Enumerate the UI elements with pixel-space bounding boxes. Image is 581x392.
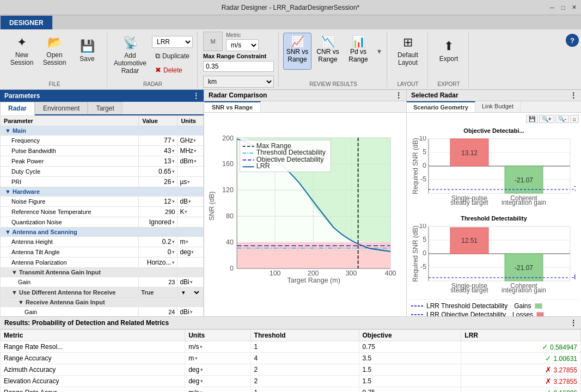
tab-snr-vs-range[interactable]: SNR vs Range (204, 101, 261, 112)
param-row[interactable]: Gain24dBi▾ (1, 307, 204, 317)
selected-radar-tabs: Scenario Geometry Link Budget (407, 101, 581, 113)
svg-text:Required SNR (dB): Required SNR (dB) (412, 138, 419, 194)
metric-select[interactable]: m/s (226, 39, 259, 51)
legend-gains-label: Gains (514, 302, 531, 310)
new-session-button[interactable]: ✦ NewSession (7, 32, 37, 70)
param-row[interactable]: Reference Noise Temperature290K▾ (1, 207, 204, 217)
new-session-label: NewSession (10, 51, 34, 66)
tab-environment[interactable]: Environment (35, 102, 88, 114)
param-row[interactable]: Peak Power13▾dBm▾ (1, 156, 204, 167)
default-layout-button[interactable]: ⊞ DefaultLayout (393, 32, 423, 70)
results-row: Range Rate Accur... m/s▾ 1 0.75 ✓ 0.1688… (1, 387, 581, 393)
param-row[interactable]: Noise Figure12▾dB▾ (1, 197, 204, 207)
param-row: ▼ Receive Antenna Gain Input (1, 298, 204, 307)
max-range-label: Max Range Constraint (203, 53, 266, 59)
results-col-objective: Objective (359, 330, 461, 341)
open-session-label: OpenSession (43, 51, 66, 66)
minimize-button[interactable]: ─ (547, 3, 557, 13)
param-row[interactable]: Gain23dBi▾ (1, 277, 204, 287)
results-title: Results: Probability of Detection and Re… (4, 319, 169, 327)
export-label: Export (439, 55, 458, 63)
objective-detectability-chart: Objective Detectabi... 10 (409, 124, 579, 212)
tab-link-budget[interactable]: Link Budget (475, 101, 521, 112)
add-automotive-radar-button[interactable]: 📡 Add AutomotiveRadar (113, 36, 148, 75)
snr-chart: 200 160 120 80 40 0 100 200 300 400 Targ… (209, 117, 402, 312)
content-top: Radar Comparison ⋮ SNR vs Range (204, 90, 581, 316)
save-button[interactable]: 💾 Save (72, 32, 102, 70)
radar-dropdown[interactable]: LRR (152, 36, 193, 48)
results-section: Results: Probability of Detection and Re… (0, 316, 581, 392)
svg-text:Required SNR (dB): Required SNR (dB) (412, 225, 419, 281)
param-row[interactable]: Frequency77▾GHz▾ (1, 136, 204, 146)
result-lrr: ✗ 3.27855 (461, 364, 581, 376)
close-button[interactable]: ✕ (569, 3, 579, 13)
param-row[interactable]: Antenna Tilt Angle0▾deg▾ (1, 247, 204, 258)
cnr-vs-range-button[interactable]: 📉 CNR vsRange (314, 33, 342, 70)
metric-icon: M (203, 32, 223, 51)
snr-label: SNR vsRange (286, 48, 309, 63)
result-threshold: 1 (250, 341, 359, 353)
pd-vs-range-button[interactable]: 📊 Pd vsRange (344, 33, 372, 70)
param-row[interactable]: Antenna Height0.2▾m▾ (1, 237, 204, 247)
result-threshold: 4 (250, 353, 359, 364)
tab-scenario-geometry[interactable]: Scenario Geometry (407, 101, 475, 112)
param-row[interactable]: Quantization NoiseIgnored▾ (1, 217, 204, 228)
param-row: ▼ Transmit Antenna Gain Input (1, 268, 204, 277)
results-table: Metric Units Threshold Objective LRR Ran… (0, 329, 581, 392)
duplicate-label: Duplicate (162, 52, 189, 60)
param-row[interactable]: Duty Cycle0.65▾ (1, 167, 204, 177)
result-units: m▾ (185, 353, 250, 364)
result-threshold: 2 (250, 364, 359, 376)
selected-radar-menu[interactable]: ⋮ (570, 91, 577, 99)
save-icon: 💾 (80, 39, 95, 53)
open-session-button[interactable]: 📂 OpenSession (39, 32, 70, 70)
save-label: Save (79, 55, 94, 63)
svg-text:0: 0 (423, 162, 426, 169)
result-units: m/s▾ (185, 387, 250, 393)
param-row[interactable]: Antenna PolarizationHorizo...▾ (1, 258, 204, 268)
results-menu[interactable]: ⋮ (570, 319, 577, 327)
layout-icon: ⊞ (403, 35, 413, 50)
chart-home-button[interactable]: ⌂ (570, 115, 579, 123)
file-group: ✦ NewSession 📂 OpenSession 💾 Save FILE (2, 32, 107, 87)
svg-text:-21.07: -21.07 (515, 264, 533, 272)
obj-chart-svg: 10 5 0 -5 13.12 -21.07 -7. (412, 136, 576, 207)
chart-zoom-in-button[interactable]: 🔍+ (539, 115, 554, 123)
result-objective: 1.5 (359, 364, 461, 376)
legend-losses-label: Losses (512, 311, 533, 316)
window-controls: ─ □ ✕ (547, 3, 579, 13)
legend-lrr-objective: LRR Objective Detectability (426, 311, 506, 316)
range-unit-select[interactable]: km (203, 76, 274, 88)
review-label: REVIEW RESULTS (309, 80, 357, 87)
export-button[interactable]: ⬆ Export (433, 32, 464, 70)
radar-comparison-menu[interactable]: ⋮ (395, 91, 402, 99)
param-row[interactable]: PRI26▾µs▾ (1, 177, 204, 187)
param-row[interactable]: Pulse Bandwidth43▾MHz▾ (1, 146, 204, 156)
review-more-button[interactable]: ▾ (375, 33, 383, 70)
tab-radar[interactable]: Radar (0, 102, 35, 115)
radar-comparison-tabs: SNR vs Range (204, 101, 406, 113)
svg-text:80: 80 (226, 212, 234, 220)
help-button[interactable]: ? (566, 34, 579, 47)
svg-text:300: 300 (346, 270, 357, 277)
svg-text:-5: -5 (420, 263, 426, 271)
svg-text:Target Range (m): Target Range (m) (287, 277, 340, 284)
svg-text:LRR: LRR (256, 162, 270, 170)
layout-label: DefaultLayout (397, 51, 418, 66)
delete-label: Delete (163, 66, 182, 74)
maximize-button[interactable]: □ (558, 3, 568, 13)
title-bar: Radar Designer - LRR_RadarDesignerSessio… (0, 0, 581, 15)
svg-text:integration gain: integration gain (502, 199, 546, 206)
params-menu-icon[interactable]: ⋮ (193, 92, 199, 100)
max-range-input[interactable] (203, 61, 274, 72)
svg-text:100: 100 (270, 270, 281, 277)
chart-zoom-out-button[interactable]: 🔍- (555, 115, 569, 123)
delete-button[interactable]: ✖ Delete (152, 64, 193, 76)
thresh-chart-title: Threshold Detectability (412, 215, 576, 222)
designer-tab[interactable]: DESIGNER (0, 15, 53, 29)
duplicate-button[interactable]: ⧉ Duplicate (152, 50, 193, 62)
radar-comparison-header: Radar Comparison ⋮ (204, 90, 406, 101)
tab-target[interactable]: Target (88, 102, 122, 114)
snr-vs-range-button[interactable]: 📈 SNR vsRange (283, 33, 311, 70)
chart-save-button[interactable]: 💾 (526, 115, 538, 123)
